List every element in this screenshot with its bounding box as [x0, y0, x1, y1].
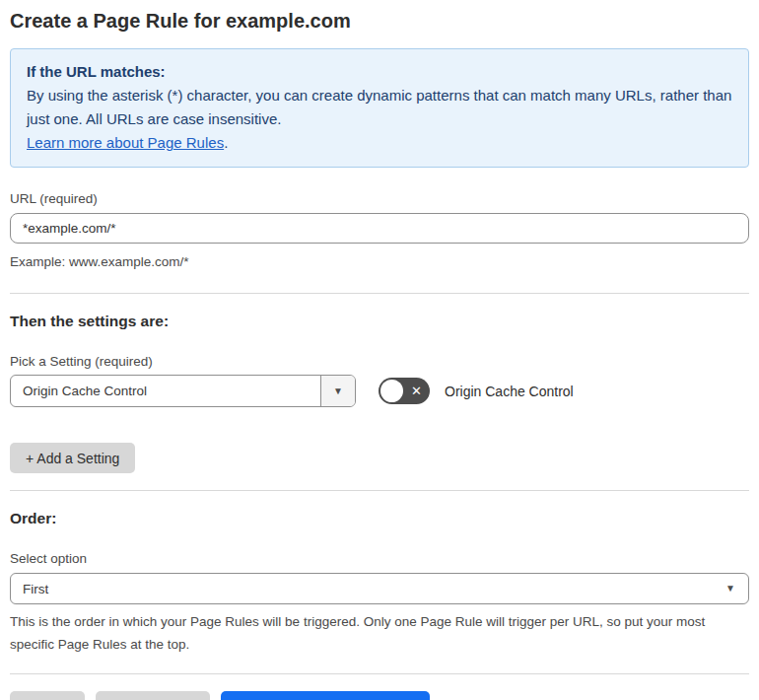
url-input[interactable]	[10, 213, 749, 244]
info-box-link-line: Learn more about Page Rules.	[27, 131, 732, 155]
url-example-text: Example: www.example.com/*	[10, 251, 749, 273]
page-rule-form: Create a Page Rule for example.com If th…	[10, 8, 749, 700]
settings-section-heading: Then the settings are:	[10, 313, 749, 330]
toggle-knob	[380, 380, 403, 402]
setting-select-caret-segment[interactable]: ▼	[320, 376, 355, 406]
footer-actions: Cancel Save as Draft Save and Deploy Pag…	[10, 691, 749, 700]
setting-select-value: Origin Cache Control	[11, 376, 320, 406]
learn-more-link[interactable]: Learn more about Page Rules	[27, 134, 224, 151]
toggle-off-x-icon: ✕	[411, 385, 422, 397]
save-deploy-button[interactable]: Save and Deploy Page Rule	[221, 691, 430, 700]
save-draft-button[interactable]: Save as Draft	[96, 691, 211, 700]
divider	[10, 673, 749, 674]
url-match-info-box: If the URL matches: By using the asteris…	[10, 48, 749, 168]
order-select-caret: ▼	[725, 574, 748, 603]
page-title: Create a Page Rule for example.com	[10, 8, 749, 34]
pick-setting-label: Pick a Setting (required)	[10, 354, 749, 369]
order-select[interactable]: First ▼	[10, 573, 749, 604]
info-box-body: By using the asterisk (*) character, you…	[27, 84, 732, 131]
cancel-button[interactable]: Cancel	[10, 691, 85, 700]
order-section-heading: Order:	[10, 510, 749, 527]
order-select-label: Select option	[10, 551, 749, 566]
setting-toggle-label: Origin Cache Control	[445, 384, 574, 399]
order-help-text: This is the order in which your Page Rul…	[10, 610, 739, 656]
setting-toggle[interactable]: ✕	[379, 378, 430, 404]
chevron-down-icon: ▼	[333, 386, 343, 396]
setting-select[interactable]: Origin Cache Control ▼	[10, 375, 356, 407]
info-box-heading: If the URL matches:	[27, 60, 732, 84]
add-setting-button[interactable]: + Add a Setting	[10, 443, 135, 473]
url-field-label: URL (required)	[10, 191, 749, 206]
order-select-value: First	[11, 574, 725, 603]
link-suffix: .	[224, 134, 228, 151]
chevron-down-icon: ▼	[725, 584, 735, 594]
setting-row: Origin Cache Control ▼ ✕ Origin Cache Co…	[10, 375, 749, 407]
divider	[10, 490, 749, 491]
divider	[10, 293, 749, 294]
